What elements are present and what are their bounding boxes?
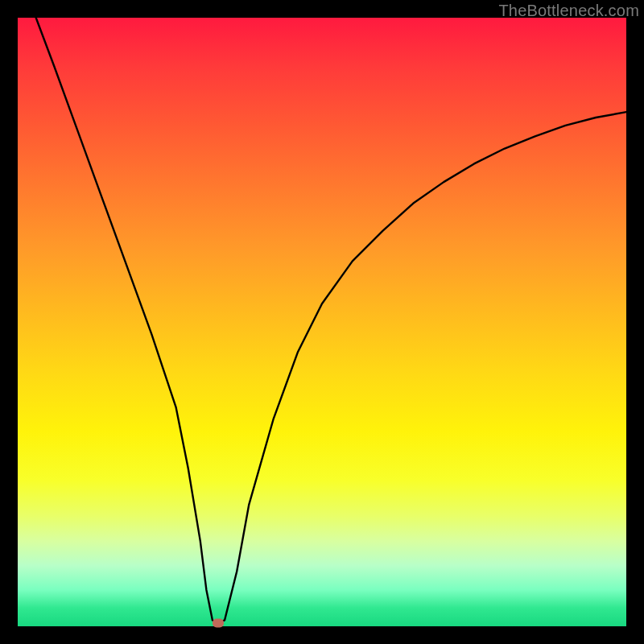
plot-area: [18, 18, 626, 626]
curve-svg: [18, 18, 626, 626]
chart-frame: TheBottleneck.com: [0, 0, 644, 644]
optimal-point-marker: [213, 619, 224, 628]
bottleneck-curve: [36, 18, 626, 623]
